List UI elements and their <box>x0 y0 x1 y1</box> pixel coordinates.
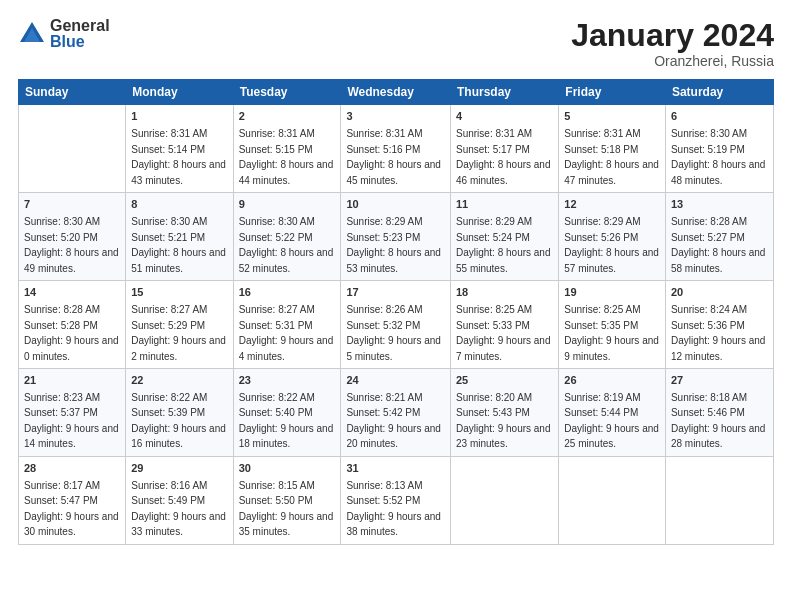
calendar-cell <box>450 456 558 544</box>
day-number: 21 <box>24 373 120 389</box>
day-info: Sunrise: 8:30 AMSunset: 5:20 PMDaylight:… <box>24 216 119 274</box>
day-info: Sunrise: 8:29 AMSunset: 5:26 PMDaylight:… <box>564 216 659 274</box>
calendar-cell: 17Sunrise: 8:26 AMSunset: 5:32 PMDayligh… <box>341 281 451 369</box>
logo: General Blue <box>18 18 110 50</box>
calendar-cell: 23Sunrise: 8:22 AMSunset: 5:40 PMDayligh… <box>233 369 341 457</box>
calendar-cell: 5Sunrise: 8:31 AMSunset: 5:18 PMDaylight… <box>559 105 666 193</box>
day-number: 14 <box>24 285 120 301</box>
calendar-cell: 18Sunrise: 8:25 AMSunset: 5:33 PMDayligh… <box>450 281 558 369</box>
calendar-cell: 11Sunrise: 8:29 AMSunset: 5:24 PMDayligh… <box>450 193 558 281</box>
calendar-cell: 10Sunrise: 8:29 AMSunset: 5:23 PMDayligh… <box>341 193 451 281</box>
day-number: 9 <box>239 197 336 213</box>
day-info: Sunrise: 8:21 AMSunset: 5:42 PMDaylight:… <box>346 392 441 450</box>
calendar-cell: 31Sunrise: 8:13 AMSunset: 5:52 PMDayligh… <box>341 456 451 544</box>
calendar-week-row: 7Sunrise: 8:30 AMSunset: 5:20 PMDaylight… <box>19 193 774 281</box>
calendar-cell: 22Sunrise: 8:22 AMSunset: 5:39 PMDayligh… <box>126 369 233 457</box>
calendar-cell: 14Sunrise: 8:28 AMSunset: 5:28 PMDayligh… <box>19 281 126 369</box>
day-number: 28 <box>24 461 120 477</box>
day-number: 11 <box>456 197 553 213</box>
day-number: 26 <box>564 373 660 389</box>
day-number: 2 <box>239 109 336 125</box>
calendar-cell: 29Sunrise: 8:16 AMSunset: 5:49 PMDayligh… <box>126 456 233 544</box>
day-info: Sunrise: 8:28 AMSunset: 5:27 PMDaylight:… <box>671 216 766 274</box>
day-info: Sunrise: 8:24 AMSunset: 5:36 PMDaylight:… <box>671 304 766 362</box>
day-info: Sunrise: 8:29 AMSunset: 5:24 PMDaylight:… <box>456 216 551 274</box>
day-number: 20 <box>671 285 768 301</box>
day-number: 12 <box>564 197 660 213</box>
calendar-cell: 21Sunrise: 8:23 AMSunset: 5:37 PMDayligh… <box>19 369 126 457</box>
calendar-week-row: 21Sunrise: 8:23 AMSunset: 5:37 PMDayligh… <box>19 369 774 457</box>
calendar-cell: 16Sunrise: 8:27 AMSunset: 5:31 PMDayligh… <box>233 281 341 369</box>
day-info: Sunrise: 8:30 AMSunset: 5:19 PMDaylight:… <box>671 128 766 186</box>
day-info: Sunrise: 8:16 AMSunset: 5:49 PMDaylight:… <box>131 480 226 538</box>
day-number: 17 <box>346 285 445 301</box>
day-number: 16 <box>239 285 336 301</box>
calendar-cell: 30Sunrise: 8:15 AMSunset: 5:50 PMDayligh… <box>233 456 341 544</box>
day-number: 15 <box>131 285 227 301</box>
header-tuesday: Tuesday <box>233 80 341 105</box>
calendar-cell: 28Sunrise: 8:17 AMSunset: 5:47 PMDayligh… <box>19 456 126 544</box>
calendar-cell: 25Sunrise: 8:20 AMSunset: 5:43 PMDayligh… <box>450 369 558 457</box>
calendar-cell: 4Sunrise: 8:31 AMSunset: 5:17 PMDaylight… <box>450 105 558 193</box>
day-info: Sunrise: 8:31 AMSunset: 5:17 PMDaylight:… <box>456 128 551 186</box>
day-number: 30 <box>239 461 336 477</box>
day-info: Sunrise: 8:26 AMSunset: 5:32 PMDaylight:… <box>346 304 441 362</box>
page-header: General Blue January 2024 Oranzherei, Ru… <box>18 18 774 69</box>
day-info: Sunrise: 8:30 AMSunset: 5:21 PMDaylight:… <box>131 216 226 274</box>
day-info: Sunrise: 8:22 AMSunset: 5:40 PMDaylight:… <box>239 392 334 450</box>
day-info: Sunrise: 8:25 AMSunset: 5:35 PMDaylight:… <box>564 304 659 362</box>
day-number: 3 <box>346 109 445 125</box>
day-info: Sunrise: 8:31 AMSunset: 5:14 PMDaylight:… <box>131 128 226 186</box>
day-number: 25 <box>456 373 553 389</box>
calendar-week-row: 1Sunrise: 8:31 AMSunset: 5:14 PMDaylight… <box>19 105 774 193</box>
day-number: 6 <box>671 109 768 125</box>
day-number: 27 <box>671 373 768 389</box>
header-friday: Friday <box>559 80 666 105</box>
day-number: 10 <box>346 197 445 213</box>
calendar-cell: 24Sunrise: 8:21 AMSunset: 5:42 PMDayligh… <box>341 369 451 457</box>
calendar-week-row: 14Sunrise: 8:28 AMSunset: 5:28 PMDayligh… <box>19 281 774 369</box>
day-info: Sunrise: 8:19 AMSunset: 5:44 PMDaylight:… <box>564 392 659 450</box>
logo-icon <box>18 20 46 48</box>
day-info: Sunrise: 8:31 AMSunset: 5:16 PMDaylight:… <box>346 128 441 186</box>
calendar-cell: 6Sunrise: 8:30 AMSunset: 5:19 PMDaylight… <box>665 105 773 193</box>
header-wednesday: Wednesday <box>341 80 451 105</box>
weekday-header-row: Sunday Monday Tuesday Wednesday Thursday… <box>19 80 774 105</box>
day-info: Sunrise: 8:27 AMSunset: 5:29 PMDaylight:… <box>131 304 226 362</box>
day-number: 31 <box>346 461 445 477</box>
header-thursday: Thursday <box>450 80 558 105</box>
day-number: 7 <box>24 197 120 213</box>
day-info: Sunrise: 8:27 AMSunset: 5:31 PMDaylight:… <box>239 304 334 362</box>
calendar-week-row: 28Sunrise: 8:17 AMSunset: 5:47 PMDayligh… <box>19 456 774 544</box>
calendar-cell <box>665 456 773 544</box>
day-info: Sunrise: 8:17 AMSunset: 5:47 PMDaylight:… <box>24 480 119 538</box>
calendar-cell: 12Sunrise: 8:29 AMSunset: 5:26 PMDayligh… <box>559 193 666 281</box>
logo-text: General Blue <box>50 18 110 50</box>
day-number: 24 <box>346 373 445 389</box>
calendar-cell: 8Sunrise: 8:30 AMSunset: 5:21 PMDaylight… <box>126 193 233 281</box>
calendar-cell: 2Sunrise: 8:31 AMSunset: 5:15 PMDaylight… <box>233 105 341 193</box>
title-block: January 2024 Oranzherei, Russia <box>571 18 774 69</box>
calendar-cell <box>19 105 126 193</box>
day-info: Sunrise: 8:25 AMSunset: 5:33 PMDaylight:… <box>456 304 551 362</box>
calendar-cell <box>559 456 666 544</box>
location: Oranzherei, Russia <box>571 53 774 69</box>
calendar-cell: 13Sunrise: 8:28 AMSunset: 5:27 PMDayligh… <box>665 193 773 281</box>
header-monday: Monday <box>126 80 233 105</box>
calendar-cell: 15Sunrise: 8:27 AMSunset: 5:29 PMDayligh… <box>126 281 233 369</box>
header-saturday: Saturday <box>665 80 773 105</box>
calendar-cell: 19Sunrise: 8:25 AMSunset: 5:35 PMDayligh… <box>559 281 666 369</box>
month-title: January 2024 <box>571 18 774 53</box>
day-info: Sunrise: 8:31 AMSunset: 5:15 PMDaylight:… <box>239 128 334 186</box>
logo-general: General <box>50 18 110 34</box>
calendar-cell: 9Sunrise: 8:30 AMSunset: 5:22 PMDaylight… <box>233 193 341 281</box>
calendar-cell: 26Sunrise: 8:19 AMSunset: 5:44 PMDayligh… <box>559 369 666 457</box>
day-info: Sunrise: 8:29 AMSunset: 5:23 PMDaylight:… <box>346 216 441 274</box>
calendar-cell: 20Sunrise: 8:24 AMSunset: 5:36 PMDayligh… <box>665 281 773 369</box>
calendar-table: Sunday Monday Tuesday Wednesday Thursday… <box>18 79 774 545</box>
day-info: Sunrise: 8:13 AMSunset: 5:52 PMDaylight:… <box>346 480 441 538</box>
header-sunday: Sunday <box>19 80 126 105</box>
calendar-cell: 3Sunrise: 8:31 AMSunset: 5:16 PMDaylight… <box>341 105 451 193</box>
day-info: Sunrise: 8:18 AMSunset: 5:46 PMDaylight:… <box>671 392 766 450</box>
day-number: 18 <box>456 285 553 301</box>
